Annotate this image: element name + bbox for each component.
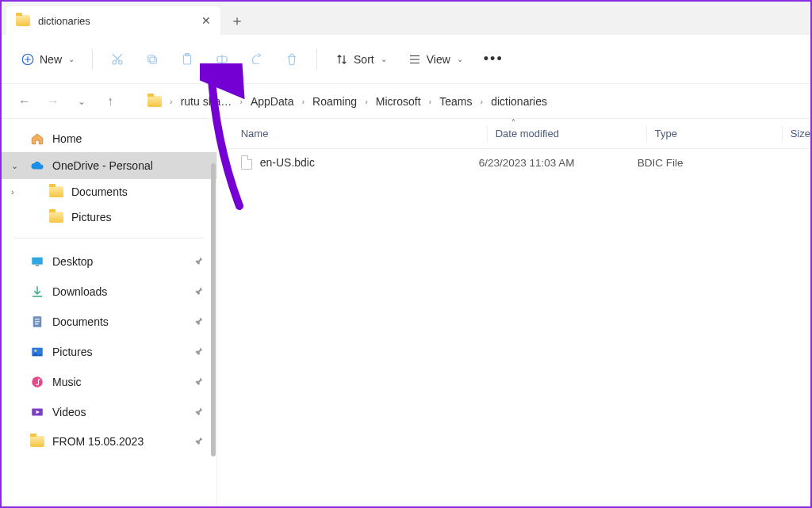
chevron-right-icon[interactable]: › — [11, 187, 14, 197]
scrollbar[interactable] — [211, 163, 216, 456]
file-icon — [241, 155, 252, 170]
sidebar-item-music[interactable]: Music — [2, 367, 216, 397]
sidebar-item-documents[interactable]: › Documents — [2, 179, 216, 204]
toolbar-separator — [316, 49, 317, 70]
pin-icon — [194, 285, 204, 298]
chevron-down-icon: ⌄ — [381, 55, 387, 63]
cloud-icon — [30, 159, 44, 173]
view-label: View — [427, 53, 450, 66]
download-icon — [30, 285, 44, 299]
delete-button[interactable] — [282, 48, 302, 71]
chevron-right-icon: › — [481, 97, 484, 106]
svg-point-16 — [32, 376, 43, 388]
window-tab[interactable]: dictionaries ✕ — [6, 6, 220, 35]
column-resizer[interactable] — [782, 125, 783, 143]
chevron-down-icon[interactable]: ⌄ — [11, 161, 18, 171]
desktop-icon — [30, 254, 44, 269]
sidebar-item-pictures[interactable]: Pictures — [2, 204, 216, 230]
breadcrumb-segment[interactable]: Roaming — [312, 95, 357, 108]
column-header-type[interactable]: Type — [655, 128, 774, 139]
up-button[interactable]: ↑ — [103, 94, 117, 109]
share-button[interactable] — [247, 48, 267, 71]
copy-button[interactable] — [142, 48, 163, 71]
chevron-down-icon: ⌄ — [68, 55, 75, 63]
sidebar-label: FROM 15.05.2023 — [52, 435, 144, 448]
music-icon — [30, 375, 44, 389]
column-header-size[interactable]: Size — [791, 128, 810, 139]
sidebar-label: Pictures — [52, 346, 93, 358]
new-tab-button[interactable]: ＋ — [220, 6, 254, 35]
svg-rect-8 — [32, 258, 43, 265]
more-button[interactable]: ••• — [481, 46, 507, 72]
file-name: en-US.bdic — [260, 156, 315, 169]
svg-rect-12 — [35, 321, 40, 322]
svg-rect-4 — [148, 55, 155, 61]
video-icon — [30, 405, 44, 419]
svg-rect-13 — [35, 323, 39, 324]
sort-indicator-icon: ˄ — [511, 118, 515, 127]
folder-icon — [30, 436, 44, 447]
sidebar-label: OneDrive - Personal — [52, 159, 153, 172]
recent-dropdown[interactable]: ⌄ — [75, 96, 89, 107]
sidebar-item-downloads[interactable]: Downloads — [2, 277, 216, 307]
new-button[interactable]: New ⌄ — [17, 48, 78, 71]
breadcrumb-segment[interactable]: dictionaries — [491, 95, 547, 108]
tab-title: dictionaries — [38, 15, 90, 27]
sort-button[interactable]: Sort ⌄ — [331, 48, 390, 71]
svg-rect-9 — [36, 265, 40, 267]
sidebar-item-desktop[interactable]: Desktop — [2, 246, 216, 277]
sidebar-label: Documents — [52, 315, 109, 328]
file-row[interactable]: en-US.bdic 6/23/2023 11:03 AM BDIC File — [217, 149, 810, 176]
navigation-pane[interactable]: Home ⌄ OneDrive - Personal › Documents P… — [2, 119, 217, 506]
pin-icon — [194, 255, 204, 268]
svg-rect-3 — [150, 57, 156, 63]
breadcrumb-segment[interactable]: Teams — [439, 95, 472, 108]
sidebar-item-onedrive[interactable]: ⌄ OneDrive - Personal — [2, 152, 216, 179]
sidebar-item-pictures-quick[interactable]: Pictures — [2, 337, 216, 367]
close-tab-icon[interactable]: ✕ — [201, 14, 211, 27]
file-list: ˄ Name Date modified Type Size en-US.bdi… — [217, 119, 810, 506]
column-resizer[interactable] — [487, 125, 488, 143]
folder-icon — [49, 212, 63, 223]
divider — [14, 238, 204, 239]
sidebar-label: Downloads — [52, 285, 107, 298]
sidebar-label: Music — [52, 376, 82, 388]
pin-icon — [194, 315, 204, 328]
nav-bar: ← → ⌄ ↑ › rutu sha… › AppData › Roaming … — [2, 84, 810, 119]
document-icon — [30, 315, 44, 329]
breadcrumb-segment[interactable]: rutu sha… — [181, 95, 232, 108]
chevron-right-icon: › — [365, 97, 368, 106]
view-button[interactable]: View ⌄ — [404, 48, 466, 71]
forward-button[interactable]: → — [46, 94, 60, 109]
sidebar-item-videos[interactable]: Videos — [2, 397, 216, 427]
tab-bar: dictionaries ✕ ＋ — [2, 2, 810, 35]
column-resizer[interactable] — [646, 125, 647, 143]
sidebar-item-folder[interactable]: FROM 15.05.2023 — [2, 427, 216, 456]
sidebar-label: Home — [52, 132, 82, 145]
folder-icon — [49, 186, 63, 197]
new-label: New — [40, 53, 62, 66]
breadcrumb-segment[interactable]: AppData — [251, 95, 293, 108]
folder-icon — [16, 15, 30, 26]
sidebar-item-home[interactable]: Home — [2, 125, 216, 152]
column-header-date[interactable]: Date modified — [496, 128, 638, 139]
back-button[interactable]: ← — [17, 94, 32, 109]
pin-icon — [194, 376, 204, 388]
sidebar-item-documents-quick[interactable]: Documents — [2, 307, 216, 337]
pin-icon — [194, 346, 204, 358]
column-header-name[interactable]: Name — [241, 128, 479, 139]
folder-icon — [147, 96, 162, 107]
cut-button[interactable] — [107, 48, 128, 71]
breadcrumb-segment[interactable]: Microsoft — [376, 95, 421, 108]
toolbar-separator — [92, 49, 93, 70]
svg-rect-11 — [35, 319, 40, 319]
column-headers: ˄ Name Date modified Type Size — [217, 119, 810, 149]
rename-button[interactable] — [212, 48, 232, 71]
address-bar[interactable]: › rutu sha… › AppData › Roaming › Micros… — [147, 95, 547, 108]
chevron-right-icon: › — [301, 97, 304, 106]
sidebar-label: Pictures — [71, 211, 112, 223]
svg-point-15 — [34, 349, 36, 352]
sidebar-label: Desktop — [52, 255, 93, 268]
paste-button[interactable] — [177, 48, 197, 71]
sort-label: Sort — [354, 53, 374, 66]
